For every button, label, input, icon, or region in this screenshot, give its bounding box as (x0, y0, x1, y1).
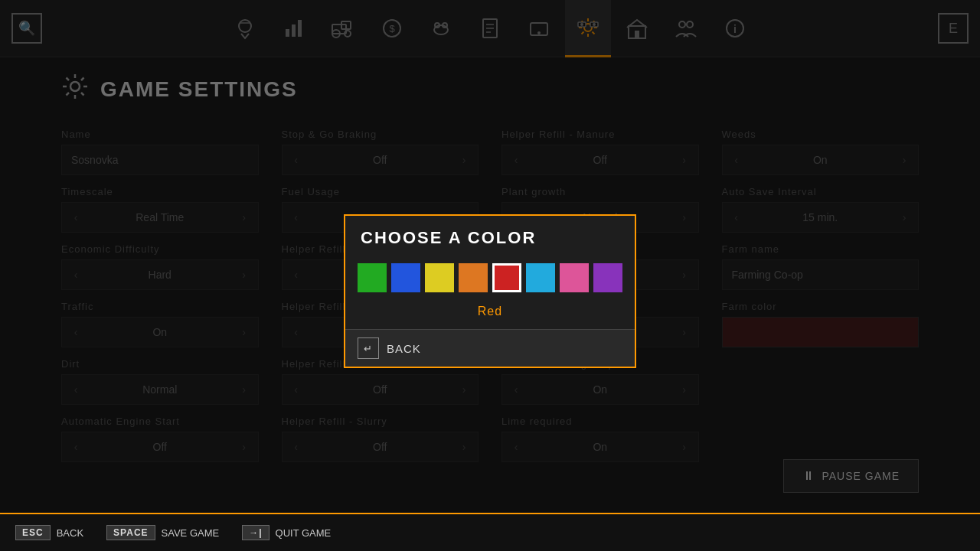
color-picker-modal: CHOOSE A COLOR Red ↵ BACK (344, 214, 636, 368)
space-save-label: SAVE GAME (162, 527, 220, 539)
color-swatch-light-blue[interactable] (526, 263, 555, 292)
space-save-action[interactable]: SPACE SAVE GAME (106, 525, 219, 540)
space-key-badge: SPACE (106, 525, 155, 540)
quit-key-badge: →| (242, 525, 269, 540)
color-swatch-red[interactable] (492, 263, 521, 292)
esc-back-label: BACK (57, 527, 83, 539)
color-swatch-green[interactable] (358, 263, 387, 292)
color-swatch-blue[interactable] (391, 263, 420, 292)
color-swatch-yellow[interactable] (425, 263, 454, 292)
esc-key-badge: ESC (15, 525, 51, 540)
esc-back-action[interactable]: ESC BACK (15, 525, 83, 540)
color-swatches (345, 257, 635, 302)
color-swatch-orange[interactable] (459, 263, 488, 292)
color-picker-title: CHOOSE A COLOR (345, 216, 635, 257)
bottom-bar: ESC BACK SPACE SAVE GAME →| QUIT GAME (0, 513, 980, 551)
color-swatch-purple[interactable] (593, 263, 622, 292)
selected-color-name: Red (345, 302, 635, 329)
quit-game-action[interactable]: →| QUIT GAME (242, 525, 331, 540)
back-label: BACK (387, 342, 421, 355)
color-swatch-pink[interactable] (560, 263, 589, 292)
quit-game-label: QUIT GAME (276, 527, 332, 539)
back-button[interactable]: ↵ BACK (345, 329, 635, 367)
back-icon: ↵ (364, 343, 373, 354)
back-icon-badge: ↵ (358, 337, 379, 359)
